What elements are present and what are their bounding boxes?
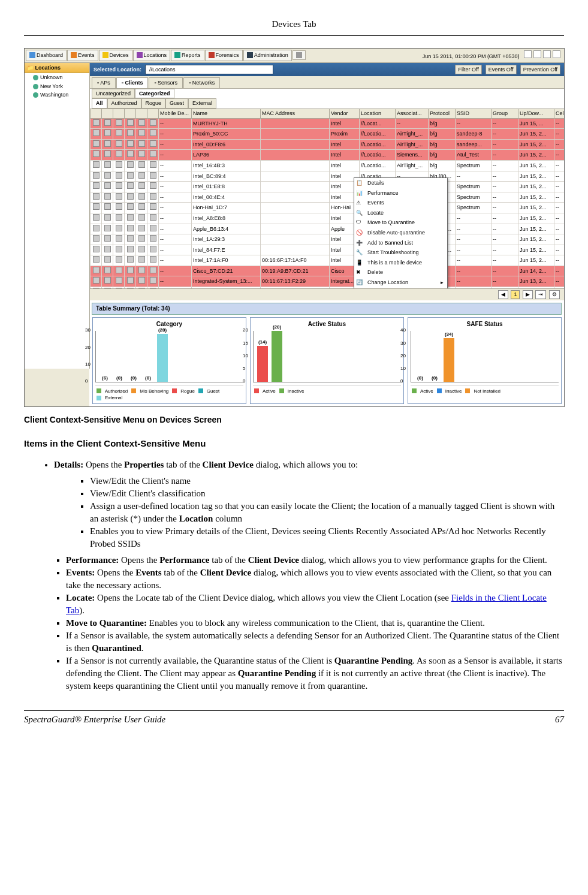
column-header[interactable]: Cell ID — [554, 109, 565, 118]
chart-box: SAFE Status010203040(0)(0)(34)ActiveInac… — [408, 317, 562, 404]
auth-tab[interactable]: All — [92, 98, 107, 109]
pager-next[interactable]: ▶ — [523, 290, 533, 299]
pager-prev[interactable]: ◀ — [498, 290, 508, 299]
item-mtq: Move to Quarantine: Enables you to block… — [66, 617, 564, 629]
chart-box: Active Status05101520(14)(20)ActiveInact… — [250, 317, 404, 404]
column-header[interactable]: Group — [491, 109, 518, 118]
filter-button[interactable]: Events Off — [486, 65, 517, 75]
app-toolbar: DashboardEventsDevicesLocationsReportsFo… — [25, 49, 564, 63]
selected-location-bar: Selected Location: //Locations Filter Of… — [90, 63, 564, 77]
footer-rule — [24, 710, 564, 711]
column-header[interactable] — [136, 109, 147, 118]
column-header[interactable]: SSID — [456, 109, 491, 118]
tab-dashboard[interactable]: Dashboard — [26, 50, 67, 61]
device-type-tabs: ▫ APs▫ Clients▫ Sensors▫ Networks — [89, 76, 564, 89]
cat-tab[interactable]: Uncategorized — [92, 89, 135, 99]
auth-tab[interactable]: Authorized — [107, 98, 141, 109]
ctx-item[interactable]: Move to...▸ — [354, 288, 447, 288]
column-header[interactable]: MAC Address — [261, 109, 330, 118]
table-row[interactable]: --Intel_17:1A:F000:16:6F:17:1A:F0Intel//… — [91, 255, 565, 266]
locations-panel: 📁 Locations UnknownNew YorkWashington — [25, 63, 90, 369]
toolbar-status-icons[interactable] — [524, 50, 560, 58]
chart-box: Category0102030(6)(0)(0)(0)(28)Authorize… — [92, 317, 246, 404]
table-row[interactable]: --A0:75:91:5F:92:E4A0:75:91:5F:92:E4Unkn… — [91, 287, 565, 288]
table-row[interactable]: --Intel_A8:E8:8Intel//Locatio...--b/g---… — [91, 213, 565, 224]
pager-current[interactable]: 1 — [511, 290, 520, 299]
ctx-item[interactable]: 📊Performance — [354, 188, 447, 198]
details-sub-item: View/Edit the Client's name — [90, 475, 564, 487]
tree-item[interactable]: Unknown — [25, 73, 89, 82]
subtab-networks[interactable]: ▫ Networks — [183, 77, 220, 88]
body-text: Details: Opens the Properties tab of the… — [24, 459, 564, 692]
tree-item[interactable]: New York — [25, 82, 89, 91]
filter-button[interactable]: Filter Off — [455, 65, 481, 75]
ctx-item[interactable]: 📱This is a mobile device — [354, 258, 447, 268]
tab-administration[interactable]: Administration — [243, 50, 292, 61]
table-row[interactable]: --Proxim_50:CCProxim//Locatio...AirTight… — [91, 129, 565, 140]
table-row[interactable]: --Cisco_B7:CD:2100:19:A9:B7:CD:21Cisco//… — [91, 266, 565, 276]
pager-config-icon[interactable]: ⚙ — [549, 290, 560, 299]
tab-forensics[interactable]: Forensics — [205, 50, 243, 61]
toolbar-extra-icon[interactable] — [293, 50, 306, 60]
auth-tab[interactable]: Rogue — [141, 98, 166, 109]
column-header[interactable] — [91, 109, 102, 118]
subtab-sensors[interactable]: ▫ Sensors — [149, 77, 183, 88]
ctx-item[interactable]: 🛡Move to Quarantine — [354, 218, 447, 228]
table-row[interactable]: --Intel_00:4E:4Intel//Locatio...AirTight… — [91, 192, 565, 203]
table-row[interactable]: --Intel_01:E8:8Intel//Locatio...AirTight… — [91, 182, 565, 192]
column-header[interactable]: Up/Dow... — [518, 109, 554, 118]
tree-item[interactable]: Washington — [25, 91, 89, 100]
column-header[interactable]: Mobile De... — [159, 109, 192, 118]
column-header[interactable]: Name — [192, 109, 261, 118]
table-row[interactable]: --MURTHYJ-THIntel//Locat...--b/g----Jun … — [91, 118, 565, 129]
tab-devices[interactable]: Devices — [99, 50, 132, 61]
item-locate: Locate: Opens the Locate tab of the Clie… — [66, 592, 564, 617]
table-row[interactable]: --Hon-Hai_1D:7Hon-Hai//Locatio...AirTigh… — [91, 203, 565, 213]
table-row[interactable]: --Intel_16:4B:3Intel//Locatio...AirTight… — [91, 160, 565, 171]
context-menu[interactable]: 📋Details📊Performance⚠Events🔍Locate🛡Move … — [354, 177, 448, 288]
auth-tab[interactable]: External — [188, 98, 216, 109]
locations-header: 📁 Locations — [25, 63, 89, 74]
table-row[interactable]: --Integrated-System_13:...00:11:67:13:F2… — [91, 276, 565, 287]
filter-button[interactable]: Prevention Off — [520, 65, 560, 75]
section-heading: Items in the Client Context-Sensitive Me… — [24, 437, 564, 450]
pager-goto-icon[interactable]: ⇥ — [535, 290, 546, 299]
item-q1: If a Sensor is available, the system aut… — [66, 629, 564, 655]
tab-reports[interactable]: Reports — [171, 50, 204, 61]
table-row[interactable]: --LAP36Intel//Locatio...Siemens...b/gAtu… — [91, 150, 565, 161]
ctx-item[interactable]: 🔧Start Troubleshooting — [354, 248, 447, 258]
auth-tab[interactable]: Guest — [165, 98, 188, 109]
table-row[interactable]: --Intel_0D:F8:6Intel//Locatio...AirTight… — [91, 139, 565, 150]
subtab-clients[interactable]: ▫ Clients — [116, 77, 149, 88]
ctx-item[interactable]: ➕Add to Banned List — [354, 238, 447, 248]
table-row[interactable]: --Intel_1A:29:3Intel//Locatio...--b/g---… — [91, 234, 565, 245]
tab-locations[interactable]: Locations — [133, 50, 171, 61]
page-footer: SpectraGuard® Enterprise User Guide 67 — [24, 713, 564, 726]
pager: ◀ 1 ▶ ⇥ ⚙ — [89, 288, 564, 300]
tab-events[interactable]: Events — [67, 50, 98, 61]
subtab-aps[interactable]: ▫ APs — [92, 77, 116, 88]
ctx-item[interactable]: 🔄Change Location▸ — [354, 278, 447, 288]
column-header[interactable]: Protocol — [429, 109, 456, 118]
table-row[interactable]: --Apple_B6:13:4Apple//Locatio...--b/g [8… — [91, 224, 565, 234]
ctx-item[interactable]: ⚠Events — [354, 198, 447, 208]
ctx-item[interactable]: 🔍Locate — [354, 208, 447, 218]
timestamp: Jun 15 2011, 01:00:20 PM (GMT +0530) — [423, 50, 563, 61]
column-header[interactable] — [147, 109, 159, 118]
ctx-item[interactable]: 🚫Disable Auto-quarantine — [354, 228, 447, 238]
item-events: Events: Opens the Events tab of the Clie… — [66, 566, 564, 592]
main-area: Selected Location: //Locations Filter Of… — [89, 63, 564, 406]
column-header[interactable]: Associat... — [396, 109, 429, 118]
column-header[interactable] — [102, 109, 113, 118]
column-header[interactable] — [125, 109, 136, 118]
table-row[interactable]: --Intel_84:F7:EIntel//Locatio...--b/g [8… — [91, 245, 565, 255]
cat-tab[interactable]: Categorized — [135, 89, 174, 99]
table-row[interactable]: --Intel_BC:89:4Intel//Locatio...--b/g [8… — [91, 171, 565, 182]
column-header[interactable] — [113, 109, 125, 118]
ctx-item[interactable]: 📋Details — [354, 178, 447, 188]
ctx-item[interactable]: ✖Delete — [354, 267, 447, 278]
column-header[interactable]: Location — [360, 109, 396, 118]
app-screenshot: DashboardEventsDevicesLocationsReportsFo… — [24, 48, 565, 407]
details-sub-item: View/Edit Client's classification — [90, 487, 564, 500]
column-header[interactable]: Vendor — [330, 109, 360, 118]
